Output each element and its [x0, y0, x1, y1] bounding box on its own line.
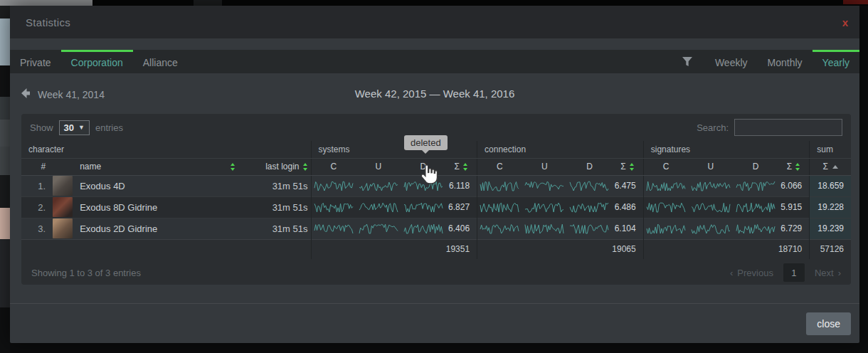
table-row[interactable]: 3. Exodus 2D Gidrine 31m 51s 6.406 6.104 [21, 218, 851, 239]
signatures-sum-value: 6.729 [778, 218, 810, 239]
group-header-connection[interactable]: connection [477, 141, 644, 158]
sparkline-chart [569, 201, 609, 214]
group-header-systems[interactable]: systems [311, 141, 477, 158]
sparkline-chart [691, 201, 731, 214]
sparkline-chart [691, 179, 731, 192]
column-header-systems-sum[interactable]: Σ [445, 158, 477, 175]
tab-yearly[interactable]: Yearly [813, 50, 859, 73]
row-total-value: 18.659 [810, 175, 851, 196]
character-avatar [53, 197, 73, 217]
group-header-character[interactable]: character [21, 141, 311, 158]
signatures-sum-value: 6.066 [778, 175, 810, 196]
sparkline-chart [480, 179, 519, 192]
previous-page-label: Previous [737, 268, 773, 278]
character-name: Exodus 4D [75, 175, 235, 196]
row-total-value: 19.239 [810, 218, 851, 239]
column-header-signatures-d[interactable]: D [734, 158, 778, 175]
character-name: Exodus 8D Gidrine [75, 196, 235, 218]
scope-tab-bar: Private Corporation Alliance Weekly Mont… [10, 50, 859, 73]
modal-header: Statistics x [10, 6, 859, 38]
sparkline-chart [359, 179, 398, 192]
background-dark-box [194, 0, 222, 6]
sort-icon [231, 163, 235, 171]
page-size-value: 30 [64, 122, 74, 133]
column-header-signatures-sum[interactable]: Σ [778, 158, 810, 175]
last-login-value: 31m 51s [235, 175, 311, 196]
sort-ascending-icon [832, 165, 838, 169]
search-input[interactable] [734, 119, 842, 136]
pagination: ‹ Previous 1 Next › [730, 263, 841, 282]
table-row[interactable]: 2. Exodus 8D Gidrine 31m 51s 6.827 6.486 [21, 196, 851, 218]
tab-corporation[interactable]: Corporation [61, 50, 133, 73]
close-button[interactable]: close [806, 312, 851, 335]
statistics-table: character systems connection signatures … [21, 141, 851, 259]
sort-icon [630, 163, 635, 171]
sparkline-chart [646, 222, 686, 235]
sigma-label: Σ [787, 162, 792, 172]
tab-monthly[interactable]: Monthly [758, 50, 813, 73]
column-header-last-login[interactable]: last login [235, 158, 311, 175]
row-rank: 2. [21, 196, 51, 218]
filter-icon[interactable] [669, 50, 705, 73]
systems-total: 19351 [311, 239, 477, 259]
column-header-name[interactable]: name [75, 158, 235, 175]
tab-weekly[interactable]: Weekly [705, 50, 758, 73]
column-header-signatures-u[interactable]: U [688, 158, 733, 175]
character-avatar [53, 176, 73, 196]
group-header-sum[interactable]: sum [810, 141, 851, 158]
column-header-connection-u[interactable]: U [522, 158, 567, 175]
next-page-button[interactable]: Next › [815, 268, 841, 278]
sigma-label: Σ [822, 162, 827, 172]
signatures-sum-value: 5.915 [778, 196, 810, 218]
column-header-total-sum[interactable]: Σ [810, 158, 851, 175]
mouse-cursor [420, 164, 438, 188]
name-header-label: name [80, 162, 101, 172]
connection-sum-value: 6.486 [612, 196, 643, 218]
row-rank: 3. [21, 218, 51, 239]
column-header-rank[interactable]: # [21, 158, 51, 175]
close-icon[interactable]: x [842, 17, 848, 28]
systems-sum-value: 6.118 [445, 175, 477, 196]
background-browser-strip [0, 0, 868, 6]
tab-private[interactable]: Private [10, 50, 61, 73]
sparkline-chart [524, 201, 564, 214]
background-red-box [843, 0, 868, 4]
sparkline-chart [403, 222, 443, 235]
column-header-connection-sum[interactable]: Σ [612, 158, 643, 175]
sparkline-chart [569, 179, 609, 192]
sparkline-chart [736, 222, 776, 235]
column-header-connection-c[interactable]: C [477, 158, 522, 175]
column-header-connection-d[interactable]: D [567, 158, 612, 175]
background-gray-bar [0, 0, 92, 6]
tab-alliance[interactable]: Alliance [133, 50, 188, 73]
sparkline-chart [691, 222, 731, 235]
week-navigation: Week 41, 2014 Week 42, 2015 — Week 41, 2… [10, 84, 859, 108]
sparkline-chart [569, 222, 609, 235]
column-header-signatures-c[interactable]: C [643, 158, 688, 175]
previous-page-button[interactable]: ‹ Previous [730, 268, 773, 278]
sparkline-chart [524, 222, 564, 235]
connection-sum-value: 6.104 [612, 218, 643, 239]
sparkline-chart [403, 201, 443, 214]
connection-total: 19065 [477, 239, 644, 259]
column-header-systems-c[interactable]: C [311, 158, 356, 175]
character-name: Exodus 2D Gidrine [75, 218, 235, 239]
character-avatar [53, 218, 73, 238]
sparkline-chart [314, 222, 354, 235]
page-size-select[interactable]: 30 ▼ [59, 120, 90, 135]
last-login-value: 31m 51s [235, 196, 311, 218]
sparkline-chart [646, 179, 686, 192]
connection-sum-value: 6.475 [612, 175, 643, 196]
sort-icon [303, 163, 308, 171]
page-number-button[interactable]: 1 [783, 263, 805, 282]
sparkline-chart [646, 201, 686, 214]
modal-footer: close [10, 303, 859, 343]
row-rank: 1. [21, 175, 51, 196]
modal-title: Statistics [26, 16, 70, 28]
sparkline-chart [359, 201, 398, 214]
entries-label: entries [95, 122, 123, 133]
sort-icon [795, 163, 800, 171]
group-header-signatures[interactable]: signatures [643, 141, 810, 158]
last-login-header-label: last login [265, 162, 299, 172]
column-header-systems-u[interactable]: U [356, 158, 401, 175]
